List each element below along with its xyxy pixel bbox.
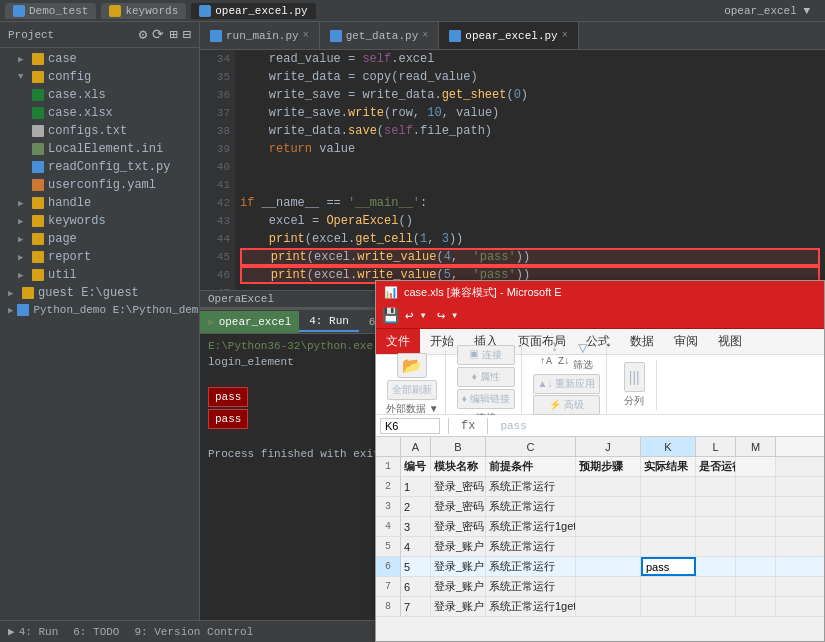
sidebar-item-handle[interactable]: ▶ handle [0, 194, 199, 212]
code-content[interactable]: read_value = self.excel write_data = cop… [235, 50, 825, 290]
cell-c2[interactable]: 系统正常运行 [486, 477, 576, 496]
cell-c3[interactable]: 系统正常运行 [486, 497, 576, 516]
sidebar-item-userconfig[interactable]: userconfig.yaml [0, 176, 199, 194]
cell-j2[interactable] [576, 477, 641, 496]
cell-m8[interactable] [736, 597, 776, 616]
az-sort-icon[interactable]: ↕ [550, 338, 560, 356]
cell-l1[interactable]: 是否运行 [696, 457, 736, 476]
cell-k6-input[interactable] [646, 561, 691, 573]
cell-c1[interactable]: 前提条件 [486, 457, 576, 476]
code-editor[interactable]: 3435363738 3940414243 44454647 read_valu… [200, 50, 825, 290]
cell-k4[interactable] [641, 517, 696, 536]
sidebar-item-configs[interactable]: configs.txt [0, 122, 199, 140]
cell-k3[interactable] [641, 497, 696, 516]
editor-tab-getdata[interactable]: get_data.py × [320, 22, 440, 49]
cell-l2[interactable] [696, 477, 736, 496]
status-run[interactable]: ▶ 4: Run [8, 625, 58, 638]
cell-b4[interactable]: 登录_密码 [431, 517, 486, 536]
cell-a7[interactable]: 6 [401, 577, 431, 596]
cell-j4[interactable] [576, 517, 641, 536]
cell-j3[interactable] [576, 497, 641, 516]
sidebar-item-casexls[interactable]: case.xls [0, 86, 199, 104]
sidebar-sync-icon[interactable]: ⟳ [152, 26, 164, 43]
advanced-btn[interactable]: ⚡ 高级 [533, 395, 601, 415]
cell-l6[interactable] [696, 557, 736, 576]
sidebar-item-config[interactable]: ▼ config [0, 68, 199, 86]
excel-save-icon[interactable]: 💾 [382, 307, 399, 324]
cell-a6[interactable]: 5 [401, 557, 431, 576]
cell-k5[interactable] [641, 537, 696, 556]
excel-redo-drop-icon[interactable]: ▾ [451, 308, 458, 323]
split-btn[interactable]: ||| [624, 362, 645, 392]
cell-k1[interactable]: 实际结果 [641, 457, 696, 476]
sidebar-item-guest[interactable]: ▶ guest E:\guest [0, 284, 199, 302]
cell-b8[interactable]: 登录_账户 [431, 597, 486, 616]
cell-ref-input[interactable] [380, 418, 440, 434]
sidebar-item-casexlsx[interactable]: case.xlsx [0, 104, 199, 122]
excel-redo-icon[interactable]: ↪ [437, 307, 445, 324]
sidebar-item-case[interactable]: ▶ case [0, 50, 199, 68]
cell-j5[interactable] [576, 537, 641, 556]
excel-menu-review[interactable]: 审阅 [664, 329, 708, 354]
cell-a2[interactable]: 1 [401, 477, 431, 496]
cell-k8[interactable] [641, 597, 696, 616]
refresh-all-btn[interactable]: 全部刷新 [387, 380, 437, 400]
cell-a3[interactable]: 2 [401, 497, 431, 516]
connect-btn[interactable]: ▣ 连接 [457, 345, 515, 365]
title-tab-opear[interactable]: opear_excel.py [191, 3, 315, 19]
sidebar-item-localelement[interactable]: LocalElement.ini [0, 140, 199, 158]
excel-menu-view[interactable]: 视图 [708, 329, 752, 354]
sidebar-item-readconfig[interactable]: readConfig_txt.py [0, 158, 199, 176]
cell-l4[interactable] [696, 517, 736, 536]
filter-icon[interactable]: ▽ [578, 338, 588, 358]
cell-a5[interactable]: 4 [401, 537, 431, 556]
cell-b1[interactable]: 模块名称 [431, 457, 486, 476]
cell-k2[interactable] [641, 477, 696, 496]
cell-m3[interactable] [736, 497, 776, 516]
right-tab[interactable]: opear_excel ▼ [724, 5, 820, 17]
col-header-c[interactable]: C [486, 437, 576, 456]
cell-j6[interactable] [576, 557, 641, 576]
cell-a8[interactable]: 7 [401, 597, 431, 616]
close-opear[interactable]: × [562, 30, 568, 41]
cell-l5[interactable] [696, 537, 736, 556]
col-header-l[interactable]: L [696, 437, 736, 456]
status-todo[interactable]: 6: TODO [73, 626, 119, 638]
cell-l8[interactable] [696, 597, 736, 616]
cell-c5[interactable]: 系统正常运行 [486, 537, 576, 556]
sidebar-expand-icon[interactable]: ⊞ [169, 26, 177, 43]
cell-m6[interactable] [736, 557, 776, 576]
excel-undo-icon[interactable]: ↩ [405, 307, 413, 324]
cell-c4[interactable]: 系统正常运行1get_element [486, 517, 576, 536]
title-tab-demo[interactable]: Demo_test [5, 3, 96, 19]
get-external-btn[interactable]: 📂 [397, 353, 427, 378]
editlink-btn[interactable]: ♦ 编辑链接 [457, 389, 515, 409]
cell-j8[interactable] [576, 597, 641, 616]
sidebar-item-util[interactable]: ▶ util [0, 266, 199, 284]
col-header-m[interactable]: M [736, 437, 776, 456]
status-vcs[interactable]: 9: Version Control [134, 626, 253, 638]
cell-m2[interactable] [736, 477, 776, 496]
excel-dropdown-icon[interactable]: ▾ [419, 308, 426, 323]
editor-tab-runmain[interactable]: run_main.py × [200, 22, 320, 49]
col-header-j[interactable]: J [576, 437, 641, 456]
cell-b6[interactable]: 登录_账户 [431, 557, 486, 576]
col-header-b[interactable]: B [431, 437, 486, 456]
sidebar-item-keywords[interactable]: ▶ keywords [0, 212, 199, 230]
cell-c8[interactable]: 系统正常运行1get_element [486, 597, 576, 616]
cell-m5[interactable] [736, 537, 776, 556]
close-runmain[interactable]: × [303, 30, 309, 41]
cell-j1[interactable]: 预期步骤 [576, 457, 641, 476]
attr-btn[interactable]: ♦ 属性 [457, 367, 515, 387]
cell-c6[interactable]: 系统正常运行 [486, 557, 576, 576]
col-header-a[interactable]: A [401, 437, 431, 456]
cell-b5[interactable]: 登录_账户 [431, 537, 486, 556]
cell-c7[interactable]: 系统正常运行 [486, 577, 576, 596]
sidebar-item-pythondemo[interactable]: ▶ Python_demo E:\Python_demo [0, 302, 199, 318]
run-label[interactable]: ▶ opear_excel [200, 311, 299, 333]
cell-m1[interactable] [736, 457, 776, 476]
cell-b7[interactable]: 登录_账户 [431, 577, 486, 596]
cell-b2[interactable]: 登录_密码 [431, 477, 486, 496]
title-tab-keywords[interactable]: keywords [101, 3, 186, 19]
cell-b3[interactable]: 登录_密码 [431, 497, 486, 516]
